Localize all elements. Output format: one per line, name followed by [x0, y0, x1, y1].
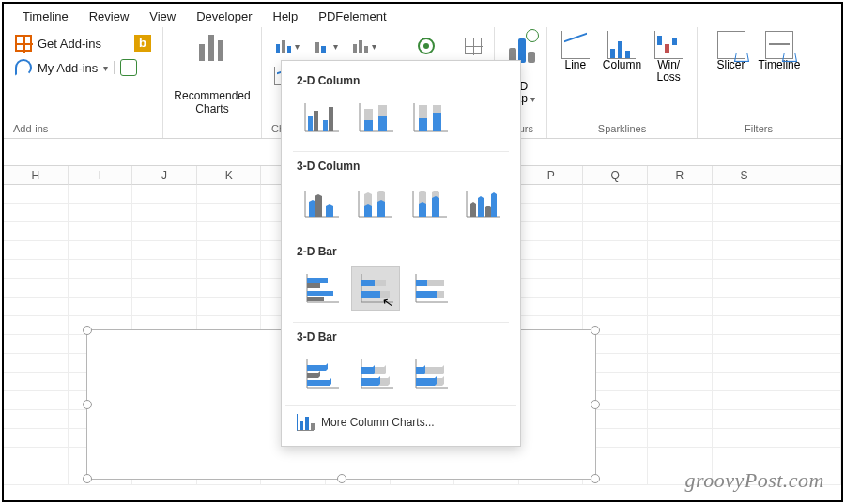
menu-help[interactable]: Help	[273, 9, 299, 23]
svg-marker-29	[470, 202, 476, 217]
svg-marker-22	[364, 204, 372, 217]
ribbon-group-sparklines: Line Column Win/ Loss Sparklines	[547, 27, 698, 138]
svg-marker-59	[416, 365, 425, 374]
stacked-column-100-3d[interactable]	[405, 180, 453, 225]
resize-handle[interactable]	[591, 474, 600, 483]
svg-rect-15	[419, 118, 427, 131]
svg-marker-28	[432, 196, 439, 217]
svg-marker-57	[361, 376, 380, 386]
get-addins-label: Get Add-ins	[38, 37, 101, 51]
svg-rect-2	[308, 116, 313, 131]
stacked-bar-3d[interactable]	[351, 351, 400, 396]
svg-marker-32	[491, 192, 497, 217]
svg-rect-4	[323, 120, 328, 131]
get-addins-icon	[15, 35, 32, 52]
svg-rect-37	[307, 291, 333, 296]
col-header[interactable]: R	[648, 166, 713, 185]
svg-rect-3	[314, 111, 318, 131]
svg-rect-50	[416, 291, 437, 298]
svg-marker-24	[377, 200, 385, 217]
resize-handle[interactable]	[337, 474, 346, 483]
col-header[interactable]: P	[519, 166, 584, 185]
maps-chart-button[interactable]	[415, 35, 438, 57]
resize-handle[interactable]	[591, 400, 600, 409]
sparkline-column-button[interactable]: Column	[603, 31, 641, 84]
section-2d-column: 2-D Column	[285, 69, 516, 91]
pivot-chart-button[interactable]	[462, 35, 484, 57]
col-header[interactable]: S	[713, 166, 777, 185]
insert-hierarchy-chart-button[interactable]: ▾	[310, 35, 341, 57]
section-2d-bar: 2-D Bar	[285, 239, 516, 262]
col-header[interactable]	[776, 166, 841, 185]
chevron-down-icon: ▾	[530, 94, 535, 104]
recommended-charts-label2: Charts	[174, 102, 250, 115]
slicer-button[interactable]: Slicer	[717, 31, 745, 84]
my-addins-icon	[15, 59, 32, 76]
stacked-column-2d[interactable]	[351, 95, 400, 140]
insert-waterfall-chart-button[interactable]: ▾	[348, 35, 379, 57]
menu-developer[interactable]: Developer	[196, 9, 252, 23]
sparkline-line-button[interactable]: Line	[561, 31, 590, 84]
resize-handle[interactable]	[83, 326, 92, 335]
slicer-icon	[717, 31, 745, 59]
svg-rect-11	[378, 116, 387, 131]
more-column-charts[interactable]: More Column Charts...	[285, 405, 516, 438]
stacked-bar-2d[interactable]: ↖	[351, 266, 400, 311]
sparkline-column-icon	[607, 31, 636, 59]
svg-rect-48	[416, 280, 427, 286]
svg-rect-35	[307, 278, 328, 283]
stacked-bar-100-3d[interactable]	[406, 351, 454, 396]
resize-handle[interactable]	[83, 400, 92, 409]
clustered-bar-3d[interactable]	[297, 351, 346, 396]
column-3d[interactable]	[459, 180, 508, 225]
chevron-down-icon: ▾	[333, 41, 338, 52]
get-addins-button[interactable]: Get Add-ins b	[13, 31, 153, 55]
insert-column-chart-button[interactable]: ▾	[271, 35, 302, 57]
recommended-charts-icon	[193, 31, 231, 69]
clustered-column-2d[interactable]	[297, 95, 346, 140]
3d-map-icon	[509, 31, 533, 63]
svg-rect-17	[433, 113, 441, 131]
stacked-bar-100-2d[interactable]	[406, 266, 454, 311]
menu-review[interactable]: Review	[89, 9, 130, 23]
timeline-icon	[765, 31, 793, 59]
separator	[114, 61, 115, 74]
more-charts-icon	[297, 414, 314, 431]
my-addins-button[interactable]: My Add-ins	[38, 61, 98, 75]
clustered-bar-2d[interactable]	[297, 266, 346, 311]
bing-icon[interactable]: b	[134, 35, 151, 52]
menu-bar: Timeline Review View Developer Help PDFe…	[4, 4, 841, 27]
insert-column-chart-dropdown: 2-D Column 3-D Column	[281, 60, 521, 447]
group-label-addins: Add-ins	[13, 123, 48, 136]
menu-view[interactable]: View	[149, 9, 176, 23]
stacked-column-100-2d[interactable]	[406, 95, 454, 140]
col-header[interactable]: I	[69, 166, 133, 185]
recommended-charts-button[interactable]: Recommended Charts	[163, 27, 262, 138]
col-header[interactable]: K	[197, 166, 262, 185]
menu-timeline[interactable]: Timeline	[23, 9, 69, 23]
col-header[interactable]: H	[4, 166, 69, 185]
chevron-down-icon: ▾	[295, 41, 300, 52]
chevron-down-icon[interactable]: ▾	[103, 63, 108, 73]
svg-marker-61	[416, 376, 437, 386]
timeline-button[interactable]: Timeline	[759, 31, 801, 84]
svg-marker-55	[361, 365, 375, 374]
recommended-charts-label1: Recommended	[174, 89, 250, 102]
group-label-sparklines: Sparklines	[598, 123, 646, 136]
svg-marker-53	[307, 378, 331, 386]
clustered-column-3d[interactable]	[297, 180, 346, 225]
svg-rect-36	[307, 283, 320, 288]
stacked-column-3d[interactable]	[351, 180, 400, 225]
menu-pdfelement[interactable]: PDFelement	[318, 9, 386, 23]
people-graph-icon[interactable]	[120, 59, 137, 76]
sparkline-winloss-icon	[654, 31, 683, 59]
sparkline-line-icon	[561, 31, 590, 59]
sparkline-winloss-button[interactable]: Win/ Loss	[654, 31, 683, 84]
chevron-down-icon: ▾	[372, 41, 376, 52]
col-header[interactable]: Q	[583, 166, 648, 185]
col-header[interactable]: J	[132, 166, 197, 185]
resize-handle[interactable]	[591, 326, 600, 335]
more-column-charts-label: More Column Charts...	[321, 416, 435, 429]
ribbon-group-filters: Slicer Timeline Filters	[698, 27, 820, 138]
resize-handle[interactable]	[83, 474, 92, 483]
